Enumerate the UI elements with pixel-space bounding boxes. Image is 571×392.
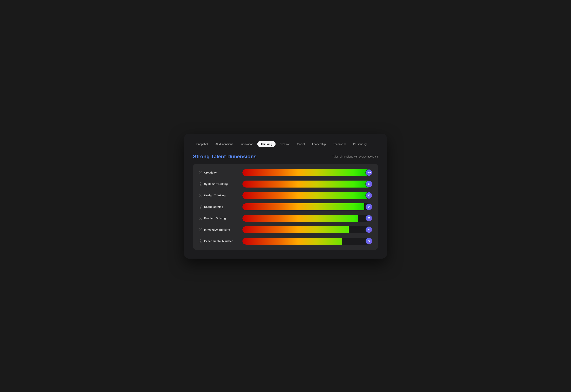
- dimension-label-area: iCreativity: [199, 171, 239, 174]
- dimensions-panel: iCreativity100iSystems Thinking98iDesign…: [193, 164, 378, 250]
- nav-item-all-dimensions[interactable]: All dimensions: [212, 141, 236, 147]
- nav-item-personality[interactable]: Personality: [350, 141, 370, 147]
- nav-item-leadership[interactable]: Leadership: [309, 141, 329, 147]
- bar-container: 98: [242, 181, 372, 188]
- bar-track: [242, 192, 372, 199]
- score-badge: 89: [366, 215, 372, 222]
- info-icon[interactable]: i: [199, 194, 202, 197]
- bar-container: 94: [242, 203, 372, 210]
- dimension-label-area: iSystems Thinking: [199, 182, 239, 186]
- bar-track: [242, 169, 372, 176]
- bar-fill: [242, 192, 372, 199]
- section-header: Strong Talent Dimensions Talent dimensio…: [193, 154, 378, 160]
- bar-fill: [242, 215, 372, 222]
- bar-track: [242, 226, 372, 233]
- main-card: SnapshotAll dimensionsInnovationThinking…: [184, 134, 387, 259]
- nav-item-snapshot[interactable]: Snapshot: [193, 141, 211, 147]
- score-badge: 82: [366, 226, 372, 233]
- nav-item-social[interactable]: Social: [294, 141, 308, 147]
- nav-item-innovation[interactable]: Innovation: [237, 141, 257, 147]
- dimension-row: iExperimental Mindset77: [199, 238, 372, 245]
- dimension-label: Creativity: [204, 171, 217, 174]
- info-icon[interactable]: i: [199, 228, 202, 231]
- dimension-label-area: iDesign Thinking: [199, 194, 239, 197]
- bar-container: 77: [242, 238, 372, 245]
- dimension-row: iInnovative Thinking82: [199, 226, 372, 233]
- bar-track: [242, 181, 372, 188]
- dimension-row: iProblem Solving89: [199, 215, 372, 222]
- bar-track: [242, 215, 372, 222]
- info-icon[interactable]: i: [199, 239, 202, 243]
- dimension-row: iRapid learning94: [199, 203, 372, 210]
- bar-container: 100: [242, 169, 372, 176]
- bar-fill: [242, 181, 372, 188]
- dimension-label-area: iProblem Solving: [199, 217, 239, 220]
- score-badge: 98: [366, 181, 372, 188]
- section-title: Strong Talent Dimensions: [193, 154, 257, 160]
- dimension-label-area: iInnovative Thinking: [199, 228, 239, 231]
- nav-item-thinking[interactable]: Thinking: [257, 141, 276, 147]
- nav-bar: SnapshotAll dimensionsInnovationThinking…: [193, 141, 378, 147]
- nav-item-teamwork[interactable]: Teamwork: [330, 141, 349, 147]
- dimension-label: Systems Thinking: [204, 182, 228, 185]
- dimension-label: Rapid learning: [204, 205, 223, 208]
- score-badge: 96: [366, 192, 372, 199]
- dimension-row: iCreativity100: [199, 169, 372, 176]
- dimension-row: iDesign Thinking96: [199, 192, 372, 199]
- nav-item-creative[interactable]: Creative: [276, 141, 293, 147]
- bar-track: [242, 238, 372, 245]
- score-badge: 94: [366, 203, 372, 210]
- dimension-label: Design Thinking: [204, 194, 226, 197]
- dimension-label: Problem Solving: [204, 217, 226, 220]
- dimension-label-area: iExperimental Mindset: [199, 239, 239, 243]
- dimension-row: iSystems Thinking98: [199, 181, 372, 188]
- score-badge: 100: [366, 169, 372, 176]
- bar-container: 96: [242, 192, 372, 199]
- info-icon[interactable]: i: [199, 182, 202, 186]
- bar-fill: [242, 203, 372, 210]
- bar-container: 89: [242, 215, 372, 222]
- bar-fill: [242, 169, 372, 176]
- dimension-label: Innovative Thinking: [204, 228, 230, 231]
- bar-container: 82: [242, 226, 372, 233]
- dimension-label-area: iRapid learning: [199, 205, 239, 209]
- section-subtitle: Talent dimensions with scores above 65: [333, 155, 378, 158]
- bar-track: [242, 203, 372, 210]
- dimension-label: Experimental Mindset: [204, 239, 233, 243]
- info-icon[interactable]: i: [199, 205, 202, 209]
- info-icon[interactable]: i: [199, 171, 202, 174]
- info-icon[interactable]: i: [199, 217, 202, 220]
- score-badge: 77: [366, 238, 372, 245]
